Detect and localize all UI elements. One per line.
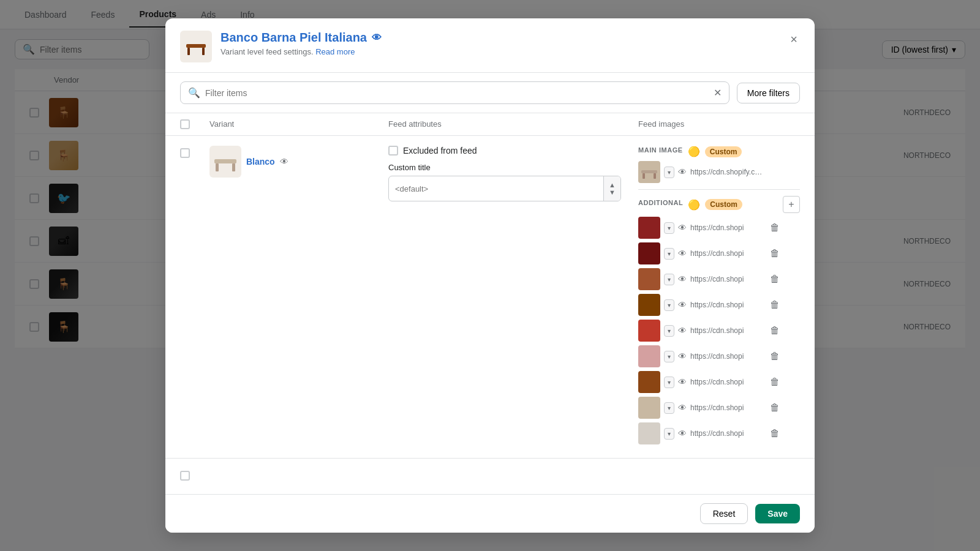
- title-input-wrap: ▲▼: [388, 176, 621, 201]
- main-image-dropdown[interactable]: ▾: [664, 167, 674, 178]
- close-button[interactable]: ×: [788, 31, 800, 48]
- additional-image-url-1: https://cdn.shopi: [690, 249, 764, 258]
- svg-rect-0: [186, 44, 206, 48]
- additional-image-dropdown-4[interactable]: ▾: [664, 325, 674, 337]
- bench-icon: [183, 33, 209, 60]
- additional-image-row: ▾ 👁 https://cdn.shopi 🗑: [638, 242, 800, 264]
- modal-product-thumbnail: [180, 31, 212, 62]
- variant-row-checkbox-col: [180, 146, 209, 158]
- modal-filter-input[interactable]: [205, 88, 709, 98]
- modal-search-wrap: 🔍 ✕: [180, 81, 729, 104]
- variant-row-2: [165, 459, 815, 494]
- variant-name[interactable]: Blanco: [246, 157, 275, 167]
- additional-image-dropdown-0[interactable]: ▾: [664, 222, 674, 234]
- additional-image-url-7: https://cdn.shopi: [690, 403, 764, 412]
- additional-image-url-6: https://cdn.shopi: [690, 378, 764, 386]
- additional-image-thumbnail: [638, 371, 660, 393]
- additional-image-eye-icon-7[interactable]: 👁: [678, 403, 687, 413]
- modal-footer: Reset Save: [165, 494, 815, 533]
- additional-image-delete-2[interactable]: 🗑: [767, 272, 782, 286]
- additional-image-eye-icon-3[interactable]: 👁: [678, 300, 687, 310]
- modal-subtitle: Variant level feed settings. Read more: [221, 47, 779, 56]
- additional-image-row: ▾ 👁 https://cdn.shopi 🗑: [638, 422, 800, 444]
- additional-image-delete-0[interactable]: 🗑: [767, 221, 782, 234]
- additional-image-delete-4[interactable]: 🗑: [767, 324, 782, 337]
- additional-image-row: ▾ 👁 https://cdn.shopi 🗑: [638, 371, 800, 393]
- variant-row: Blanco 👁 Excluded from feed Custom title…: [165, 136, 815, 459]
- add-image-button[interactable]: +: [783, 196, 800, 213]
- exclude-row: Excluded from feed: [388, 146, 621, 156]
- additional-image-row: ▾ 👁 https://cdn.shopi 🗑: [638, 320, 800, 342]
- main-image-label: MAIN IMAGE: [638, 146, 683, 154]
- additional-image-eye-icon-5[interactable]: 👁: [678, 351, 687, 361]
- additional-image-delete-1[interactable]: 🗑: [767, 247, 782, 260]
- additional-image-delete-7[interactable]: 🗑: [767, 401, 782, 414]
- additional-image-row: ▾ 👁 https://cdn.shopi 🗑: [638, 268, 800, 290]
- additional-label: ADDITIONAL: [638, 199, 683, 206]
- save-button[interactable]: Save: [755, 504, 800, 523]
- additional-image-url-4: https://cdn.shopi: [690, 326, 764, 335]
- variant-eye-icon[interactable]: 👁: [280, 157, 288, 167]
- additional-image-url-5: https://cdn.shopi: [690, 352, 764, 361]
- additional-image-eye-icon-8[interactable]: 👁: [678, 429, 687, 438]
- select-all-checkbox[interactable]: [180, 119, 190, 129]
- modal-overlay: Banco Barna Piel Italiana 👁 Variant leve…: [0, 0, 980, 551]
- additional-image-dropdown-3[interactable]: ▾: [664, 299, 674, 311]
- additional-image-dropdown-5[interactable]: ▾: [664, 351, 674, 362]
- reset-button[interactable]: Reset: [700, 503, 748, 524]
- additional-image-thumbnail: [638, 345, 660, 367]
- svg-rect-8: [654, 173, 656, 179]
- additional-header-row: ADDITIONAL 🟡 Custom +: [638, 196, 800, 213]
- additional-image-eye-icon-4[interactable]: 👁: [678, 326, 687, 335]
- additional-image-thumbnail: [638, 217, 660, 239]
- additional-image-eye-icon-2[interactable]: 👁: [678, 274, 687, 284]
- additional-image-thumbnail: [638, 294, 660, 316]
- main-image-custom-badge: Custom: [705, 146, 742, 157]
- main-image-row: ▾ 👁 https://cdn.shopify.com: [638, 161, 800, 183]
- svg-rect-7: [643, 173, 645, 179]
- additional-image-row: ▾ 👁 https://cdn.shopi 🗑: [638, 345, 800, 367]
- title-input-arrow[interactable]: ▲▼: [603, 176, 620, 201]
- additional-image-dropdown-1[interactable]: ▾: [664, 248, 674, 260]
- exclude-checkbox[interactable]: [388, 146, 398, 156]
- more-filters-button[interactable]: More filters: [737, 83, 800, 103]
- additional-image-row: ▾ 👁 https://cdn.shopi 🗑: [638, 217, 800, 239]
- main-image-toggle-icon: 🟡: [688, 146, 700, 157]
- additional-image-eye-icon-6[interactable]: 👁: [678, 377, 687, 387]
- additional-image-thumbnail: [638, 242, 660, 264]
- variant-row-checkbox[interactable]: [180, 148, 190, 158]
- main-image-eye-icon[interactable]: 👁: [678, 167, 687, 177]
- additional-image-delete-8[interactable]: 🗑: [767, 427, 782, 440]
- modal-title-area: Banco Barna Piel Italiana 👁 Variant leve…: [221, 31, 779, 56]
- additional-image-dropdown-2[interactable]: ▾: [664, 274, 674, 285]
- modal-product-name: Banco Barna Piel Italiana: [221, 31, 367, 45]
- additional-custom-badge: Custom: [705, 199, 742, 210]
- section-divider: [638, 189, 800, 190]
- additional-image-dropdown-8[interactable]: ▾: [664, 428, 674, 440]
- svg-rect-6: [641, 170, 657, 173]
- additional-image-url-3: https://cdn.shopi: [690, 301, 764, 309]
- additional-image-eye-icon-1[interactable]: 👁: [678, 249, 687, 258]
- custom-title-label: Custom title: [388, 163, 621, 172]
- additional-image-thumbnail: [638, 397, 660, 419]
- feed-attributes-col: Excluded from feed Custom title ▲▼: [381, 146, 628, 201]
- additional-toggle-icon: 🟡: [688, 199, 700, 211]
- svg-rect-3: [214, 159, 236, 163]
- clear-filter-button[interactable]: ✕: [714, 87, 722, 99]
- svg-rect-5: [232, 163, 235, 171]
- svg-rect-4: [216, 163, 219, 171]
- additional-image-dropdown-7[interactable]: ▾: [664, 402, 674, 414]
- additional-image-dropdown-6[interactable]: ▾: [664, 377, 674, 388]
- variant-row-2-checkbox[interactable]: [180, 471, 190, 481]
- eye-preview-icon[interactable]: 👁: [372, 32, 382, 43]
- read-more-link[interactable]: Read more: [315, 47, 355, 56]
- additional-image-row: ▾ 👁 https://cdn.shopi 🗑: [638, 294, 800, 316]
- additional-image-url-8: https://cdn.shopi: [690, 429, 764, 438]
- additional-image-delete-5[interactable]: 🗑: [767, 350, 782, 363]
- custom-title-input[interactable]: [389, 179, 603, 198]
- main-image-header-row: MAIN IMAGE 🟡 Custom: [638, 146, 800, 157]
- additional-image-eye-icon-0[interactable]: 👁: [678, 223, 687, 233]
- additional-image-thumbnail: [638, 268, 660, 290]
- additional-image-delete-3[interactable]: 🗑: [767, 298, 782, 312]
- additional-image-delete-6[interactable]: 🗑: [767, 375, 782, 389]
